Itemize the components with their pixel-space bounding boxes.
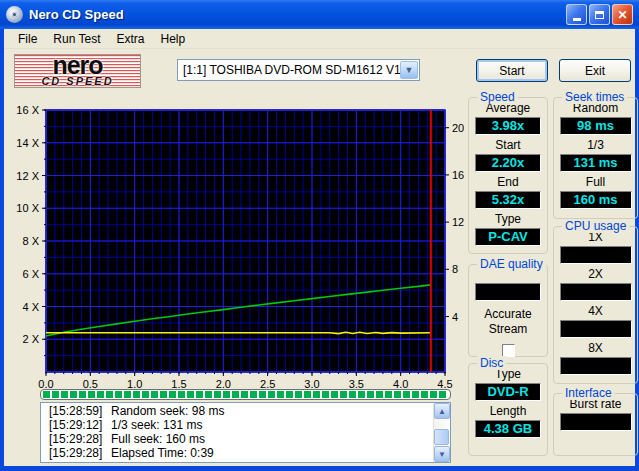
maximize-button[interactable] [589, 4, 610, 25]
seek_times-1-3-label: 1/3 [554, 138, 637, 153]
svg-text:12: 12 [452, 216, 464, 228]
panel-seek-times-title: Seek times [562, 90, 627, 104]
menu-item-help[interactable]: Help [153, 30, 194, 48]
dae-quality-display [475, 283, 541, 301]
svg-text:8: 8 [452, 263, 458, 275]
disc-type-display: DVD-R [475, 383, 541, 401]
speed-start-label: Start [469, 138, 547, 153]
panel-cpu-usage: CPU usage 1X2X4X8X [553, 226, 638, 384]
menu-item-extra[interactable]: Extra [108, 30, 152, 48]
app-window: Nero CD Speed ✕ FileRun TestExtraHelp ne… [0, 0, 639, 471]
svg-text:10 X: 10 X [16, 202, 39, 214]
panel-speed-title: Speed [477, 90, 518, 104]
cpu_usage-8x-label: 8X [554, 341, 637, 356]
panel-disc-title: Disc [477, 356, 506, 370]
exit-button[interactable]: Exit [559, 59, 631, 82]
progress-fill [43, 391, 448, 398]
svg-text:8 X: 8 X [22, 235, 39, 247]
log-entry[interactable]: [15:29:12]1/3 seek: 131 ms [41, 418, 433, 432]
menu-bar: FileRun TestExtraHelp [4, 29, 635, 49]
start-button[interactable]: Start [476, 59, 548, 82]
speed-type-display: P-CAV [475, 228, 541, 246]
window-title: Nero CD Speed [29, 7, 566, 22]
logo-text-nero: nero [15, 55, 140, 75]
speed-end-label: End [469, 175, 547, 190]
drive-select-value: [1:1] TOSHIBA DVD-ROM SD-M1612 V1806 [178, 63, 400, 77]
svg-text:16 X: 16 X [16, 104, 39, 116]
svg-text:4 X: 4 X [22, 301, 39, 313]
speed-type-label: Type [469, 212, 547, 227]
disc-length-label: Length [469, 404, 547, 419]
panel-interface: Interface Burst rate [553, 393, 638, 456]
logo-text-cdspeed: CD SPEED [15, 75, 140, 87]
interface-burst-rate-display [560, 413, 632, 431]
title-bar: Nero CD Speed ✕ [0, 0, 639, 29]
scrollbar-track[interactable] [434, 419, 450, 446]
test-progress-bar [40, 389, 451, 400]
log-entry[interactable]: [15:29:28]Elapsed Time: 0:39 [41, 446, 433, 460]
svg-text:12 X: 12 X [16, 170, 39, 182]
minimize-button[interactable] [566, 4, 587, 25]
scroll-up-icon[interactable]: ▲ [434, 403, 450, 419]
speed-chart: 0.00.51.01.52.02.53.03.54.04.52 X4 X6 X8… [4, 100, 464, 392]
seek_times-full-display: 160 ms [560, 191, 632, 209]
disc-length-display: 4.38 GB [475, 420, 541, 438]
cpu_usage-2x-label: 2X [554, 267, 637, 282]
panel-cpu-usage-title: CPU usage [562, 219, 629, 233]
close-icon: ✕ [617, 9, 627, 21]
cpu_usage-2x-display [560, 283, 632, 301]
minimize-icon [573, 18, 581, 21]
panel-dae-quality-title: DAE quality [477, 257, 546, 271]
cpu_usage-4x-display [560, 320, 632, 338]
svg-text:6 X: 6 X [22, 268, 39, 280]
svg-text:4: 4 [452, 311, 458, 323]
nero-logo: nero CD SPEED [14, 54, 141, 88]
menu-item-file[interactable]: File [10, 30, 45, 48]
menu-item-run-test[interactable]: Run Test [45, 30, 108, 48]
speed-start-display: 2.20x [475, 154, 541, 172]
log-rows: [15:28:59]Random seek: 98 ms[15:29:12]1/… [41, 403, 433, 462]
seek_times-1-3-display: 131 ms [560, 154, 632, 172]
svg-text:16: 16 [452, 169, 464, 181]
drive-select[interactable]: [1:1] TOSHIBA DVD-ROM SD-M1612 V1806 ▼ [177, 59, 420, 81]
cpu_usage-1x-display [560, 246, 632, 264]
scroll-down-icon[interactable]: ▼ [434, 446, 450, 462]
panel-disc: Disc TypeDVD-RLength4.38 GB [468, 363, 548, 456]
log-scrollbar[interactable]: ▲ ▼ [433, 403, 450, 462]
scrollbar-thumb[interactable] [434, 429, 449, 445]
cpu_usage-4x-label: 4X [554, 304, 637, 319]
close-button[interactable]: ✕ [612, 4, 633, 25]
speed-average-display: 3.98x [475, 117, 541, 135]
panel-speed: Speed Average3.98xStart2.20xEnd5.32xType… [468, 97, 548, 254]
maximize-icon [595, 11, 604, 19]
seek_times-random-display: 98 ms [560, 117, 632, 135]
panel-interface-title: Interface [562, 386, 615, 400]
panel-dae-quality: DAE quality Accurate Stream [468, 264, 548, 357]
log-entry[interactable]: [15:28:59]Random seek: 98 ms [41, 404, 433, 418]
accurate-stream-label: Accurate Stream [473, 307, 543, 337]
log-entry[interactable]: [15:29:28]Full seek: 160 ms [41, 432, 433, 446]
svg-text:2 X: 2 X [22, 333, 39, 345]
speed-end-display: 5.32x [475, 191, 541, 209]
svg-text:14 X: 14 X [16, 137, 39, 149]
seek_times-full-label: Full [554, 175, 637, 190]
result-log: [15:28:59]Random seek: 98 ms[15:29:12]1/… [40, 402, 451, 463]
app-cd-icon[interactable] [6, 6, 23, 23]
svg-text:20: 20 [452, 122, 464, 134]
chevron-down-icon[interactable]: ▼ [400, 61, 418, 79]
cpu_usage-8x-display [560, 357, 632, 375]
panel-seek-times: Seek times Random98 ms1/3131 msFull160 m… [553, 97, 638, 219]
